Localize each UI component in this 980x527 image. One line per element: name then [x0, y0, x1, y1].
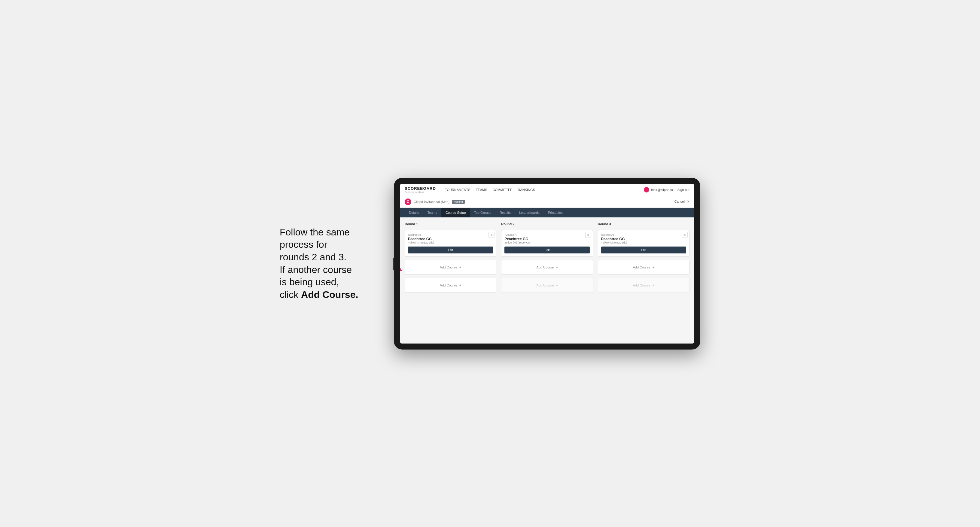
tab-details[interactable]: Details: [405, 208, 423, 217]
round-2-add-course-label-2: Add Course +: [536, 284, 558, 287]
round-2-column: Round 2 (Course A) Peachtree GC Yellow (…: [501, 222, 593, 293]
round-2-edit-button[interactable]: Edit: [504, 246, 589, 254]
round-1-course-card: (Course A) Peachtree GC Yellow (M) (6629…: [405, 230, 496, 257]
round-1-add-course-label-1: Add Course +: [440, 265, 461, 269]
round-1-course-label: (Course A): [408, 233, 493, 237]
sign-out-link[interactable]: Sign out: [678, 188, 689, 192]
round-1-add-course-1[interactable]: Add Course +: [405, 260, 496, 275]
round-1-title: Round 1: [405, 222, 496, 226]
nav-committee[interactable]: COMMITTEE: [493, 187, 512, 192]
round-1-edit-button[interactable]: Edit: [408, 246, 493, 254]
round-2-title: Round 2: [501, 222, 593, 226]
tablet-screen: SCOREBOARD Powered by clippd TOURNAMENTS…: [400, 184, 694, 343]
tablet-side-button: [393, 258, 394, 270]
page-container: Follow the same process for rounds 2 and…: [280, 178, 700, 349]
main-content: Round 1 (Course A) Peachtree GC Yellow (…: [400, 217, 694, 343]
tournament-header: C Clippd Invitational (Men) Hosting Canc…: [400, 196, 694, 208]
round-3-column: Round 3 (Course A) Peachtree GC Yellow (…: [598, 222, 689, 293]
round-2-course-card: (Course A) Peachtree GC Yellow (M) (6629…: [501, 230, 593, 257]
tab-tee-groups[interactable]: Tee Groups: [470, 208, 495, 217]
round-3-course-card-wrapper: (Course A) Peachtree GC Yellow (M) (6629…: [598, 230, 689, 257]
nav-teams[interactable]: TEAMS: [476, 187, 487, 192]
round-3-add-course-1[interactable]: Add Course +: [598, 260, 689, 275]
cancel-button[interactable]: Cancel ✕: [673, 200, 689, 203]
nav-links: TOURNAMENTS TEAMS COMMITTEE RANKINGS: [445, 187, 638, 192]
top-navigation: SCOREBOARD Powered by clippd TOURNAMENTS…: [400, 184, 694, 196]
tab-results[interactable]: Results: [495, 208, 515, 217]
round-2-add-course-2: Add Course +: [501, 278, 593, 293]
round-2-course-label: (Course A): [504, 233, 589, 237]
round-3-edit-button[interactable]: Edit: [601, 246, 686, 254]
round-3-title: Round 3: [598, 222, 689, 226]
tab-printables[interactable]: Printables: [544, 208, 567, 217]
hosting-badge: Hosting: [452, 200, 465, 204]
round-2-course-details: Yellow (M) (6629 yds): [504, 241, 589, 244]
logo-scoreboard: SCOREBOARD: [405, 186, 436, 190]
user-email: blair@clippd.io: [651, 188, 673, 192]
nav-tournaments[interactable]: TOURNAMENTS: [445, 187, 471, 192]
nav-rankings[interactable]: RANKINGS: [518, 187, 535, 192]
nav-separator: |: [675, 188, 676, 192]
round-3-course-details: Yellow (M) (6629 yds): [601, 241, 686, 244]
round-1-course-details: Yellow (M) (6629 yds): [408, 241, 493, 244]
tab-leaderboards[interactable]: Leaderboards: [515, 208, 544, 217]
round-1-course-name: Peachtree GC: [408, 237, 493, 241]
round-1-add-course-label-2: Add Course +: [440, 284, 461, 287]
round-2-course-name: Peachtree GC: [504, 237, 589, 241]
tournament-name: Clippd Invitational (Men): [414, 199, 449, 204]
round-3-delete-button[interactable]: ○: [682, 232, 688, 238]
nav-right: blair@clippd.io | Sign out: [644, 187, 689, 192]
tab-teams[interactable]: Teams: [423, 208, 441, 217]
tablet-device: SCOREBOARD Powered by clippd TOURNAMENTS…: [394, 178, 700, 349]
logo-area: SCOREBOARD Powered by clippd: [405, 186, 436, 194]
round-3-add-course-label-1: Add Course +: [633, 265, 655, 269]
round-2-add-course-1[interactable]: Add Course +: [501, 260, 593, 275]
round-2-course-card-wrapper: (Course A) Peachtree GC Yellow (M) (6629…: [501, 230, 593, 257]
logo-powered: Powered by clippd: [405, 190, 436, 194]
round-3-course-label: (Course A): [601, 233, 686, 237]
round-2-add-course-label-1: Add Course +: [536, 265, 558, 269]
tab-course-setup[interactable]: Course Setup: [441, 208, 470, 217]
tournament-logo: C: [405, 198, 411, 205]
user-avatar: [644, 187, 649, 192]
round-3-course-card: (Course A) Peachtree GC Yellow (M) (6629…: [598, 230, 689, 257]
round-3-course-name: Peachtree GC: [601, 237, 686, 241]
instruction-text: Follow the same process for rounds 2 and…: [280, 226, 376, 301]
round-1-add-course-2[interactable]: Add Course +: [405, 278, 496, 293]
round-2-delete-button[interactable]: ○: [585, 232, 591, 238]
rounds-grid: Round 1 (Course A) Peachtree GC Yellow (…: [405, 222, 689, 293]
round-1-column: Round 1 (Course A) Peachtree GC Yellow (…: [405, 222, 496, 293]
round-1-course-card-wrapper: (Course A) Peachtree GC Yellow (M) (6629…: [405, 230, 496, 257]
tab-navigation: Details Teams Course Setup Tee Groups Re…: [400, 208, 694, 217]
round-3-add-course-label-2: Add Course +: [633, 284, 655, 287]
round-1-delete-button[interactable]: ○: [488, 232, 495, 238]
round-3-add-course-2: Add Course +: [598, 278, 689, 293]
